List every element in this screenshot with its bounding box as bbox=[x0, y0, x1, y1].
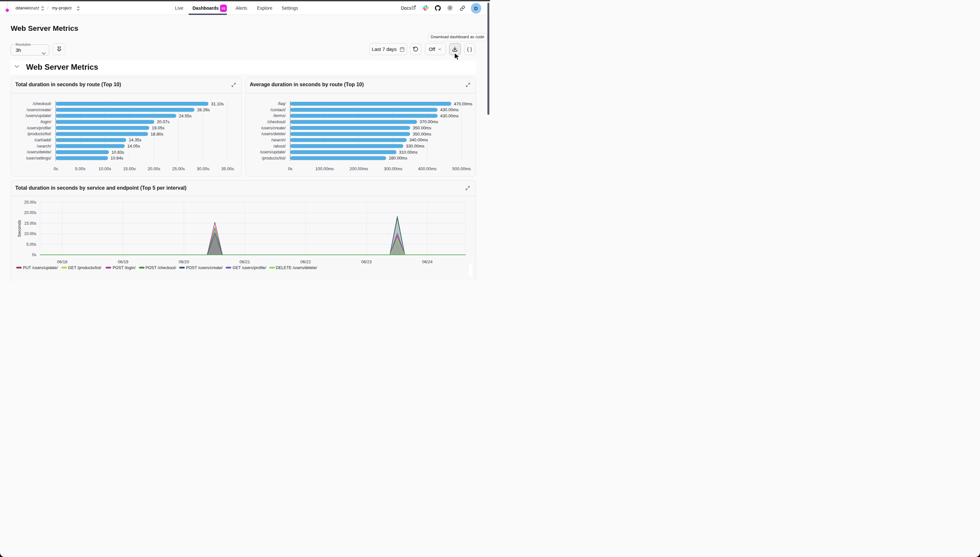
svg-text:06/20: 06/20 bbox=[179, 259, 189, 264]
svg-text:24.55s: 24.55s bbox=[179, 113, 192, 118]
svg-text:/search/: /search/ bbox=[271, 137, 286, 142]
svg-text:5.00s: 5.00s bbox=[26, 242, 36, 247]
svg-text:/products/list/: /products/list/ bbox=[262, 156, 286, 160]
svg-text:15.00s: 15.00s bbox=[24, 221, 36, 226]
svg-text:06/24: 06/24 bbox=[422, 259, 432, 264]
svg-text:/users/delete/: /users/delete/ bbox=[27, 150, 52, 154]
svg-text:280.00ms: 280.00ms bbox=[388, 156, 407, 161]
svg-text:30.00s: 30.00s bbox=[197, 166, 210, 171]
svg-text:340.00ms: 340.00ms bbox=[409, 137, 428, 142]
svg-text:DELETE /users/delete/: DELETE /users/delete/ bbox=[276, 265, 317, 270]
svg-text:/login/: /login/ bbox=[41, 119, 52, 124]
svg-text:31.10s: 31.10s bbox=[211, 101, 224, 106]
svg-text:350.00ms: 350.00ms bbox=[413, 125, 431, 130]
svg-text:/users/delete/: /users/delete/ bbox=[261, 132, 286, 136]
svg-text:350.00ms: 350.00ms bbox=[413, 131, 431, 136]
svg-text:100.00ms: 100.00ms bbox=[315, 166, 334, 171]
svg-text:18.80s: 18.80s bbox=[151, 131, 164, 136]
svg-text:10.83s: 10.83s bbox=[112, 150, 124, 154]
svg-text:06/22: 06/22 bbox=[301, 259, 311, 264]
svg-text:430.00ms: 430.00ms bbox=[440, 107, 459, 112]
svg-text:470.00ms: 470.00ms bbox=[454, 101, 473, 106]
svg-text:06/21: 06/21 bbox=[239, 259, 250, 264]
svg-text:/products/list/: /products/list/ bbox=[27, 132, 51, 136]
svg-text:POST /users/create/: POST /users/create/ bbox=[186, 265, 223, 270]
svg-text:/user/settings/: /user/settings/ bbox=[26, 156, 51, 160]
svg-text:POST /checkout/: POST /checkout/ bbox=[146, 265, 176, 270]
svg-text:0s: 0s bbox=[54, 166, 58, 171]
svg-text:20.07s: 20.07s bbox=[157, 119, 170, 124]
svg-text:330.00ms: 330.00ms bbox=[406, 143, 424, 148]
svg-text:35.00s: 35.00s bbox=[221, 166, 234, 171]
svg-text:200.00ms: 200.00ms bbox=[349, 166, 368, 171]
svg-text:10.64s: 10.64s bbox=[111, 156, 124, 161]
svg-text:GET /products/list/: GET /products/list/ bbox=[68, 265, 101, 270]
svg-text:0s: 0s bbox=[288, 166, 292, 171]
svg-text:GET /users/profile/: GET /users/profile/ bbox=[233, 265, 267, 270]
svg-text:Seconds: Seconds bbox=[17, 220, 22, 237]
svg-text:10.00s: 10.00s bbox=[24, 231, 36, 236]
svg-text:/cart/add/: /cart/add/ bbox=[34, 137, 52, 142]
svg-text:/users/update/: /users/update/ bbox=[26, 114, 52, 118]
svg-text:500.00ms: 500.00ms bbox=[452, 166, 471, 171]
svg-text:14.05s: 14.05s bbox=[127, 143, 140, 148]
svg-text:/checkout/: /checkout/ bbox=[267, 119, 286, 124]
svg-text:25.00s: 25.00s bbox=[172, 166, 185, 171]
svg-text:25.00s: 25.00s bbox=[24, 200, 36, 205]
svg-text:/terms/: /terms/ bbox=[273, 114, 286, 118]
svg-text:/users/update/: /users/update/ bbox=[260, 150, 286, 154]
svg-text:/contact/: /contact/ bbox=[270, 107, 286, 112]
svg-text:/search/: /search/ bbox=[37, 143, 52, 148]
svg-text:14.35s: 14.35s bbox=[128, 137, 141, 142]
svg-text:PUT /users/update/: PUT /users/update/ bbox=[23, 265, 58, 270]
svg-text:28.26s: 28.26s bbox=[197, 107, 210, 112]
svg-text:20.00s: 20.00s bbox=[148, 166, 161, 171]
svg-text:10.00s: 10.00s bbox=[99, 166, 112, 171]
svg-text:/faq/: /faq/ bbox=[278, 101, 286, 106]
svg-text:POST /login/: POST /login/ bbox=[113, 265, 136, 270]
svg-text:06/23: 06/23 bbox=[361, 259, 372, 264]
svg-text:/about/: /about/ bbox=[273, 143, 286, 148]
svg-text:19.05s: 19.05s bbox=[152, 125, 165, 130]
svg-text:06/19: 06/19 bbox=[118, 259, 128, 264]
svg-text:5.00s: 5.00s bbox=[75, 166, 86, 171]
svg-text:/users/create/: /users/create/ bbox=[26, 107, 51, 112]
svg-text:430.00ms: 430.00ms bbox=[440, 113, 459, 118]
svg-text:20.00s: 20.00s bbox=[24, 210, 36, 215]
svg-text:/users/profile/: /users/profile/ bbox=[27, 125, 52, 130]
svg-text:/users/create/: /users/create/ bbox=[261, 125, 286, 130]
svg-text:310.00ms: 310.00ms bbox=[399, 150, 418, 154]
svg-text:15.00s: 15.00s bbox=[123, 166, 136, 171]
svg-text:0s: 0s bbox=[32, 252, 36, 257]
svg-text:300.00ms: 300.00ms bbox=[384, 166, 403, 171]
svg-text:370.00ms: 370.00ms bbox=[419, 119, 438, 124]
svg-text:/checkout/: /checkout/ bbox=[33, 101, 52, 106]
svg-text:400.00ms: 400.00ms bbox=[418, 166, 437, 171]
svg-text:06/18: 06/18 bbox=[57, 259, 68, 264]
